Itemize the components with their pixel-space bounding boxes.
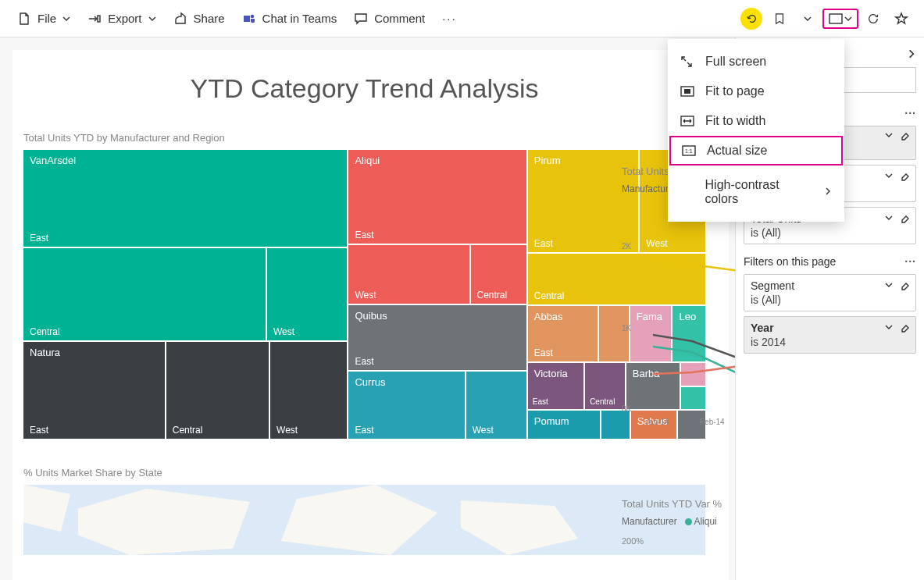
tm-manufacturer-label: VanArsdel <box>30 155 76 166</box>
chevron-down-icon[interactable] <box>884 281 894 289</box>
export-label: Export <box>108 12 141 25</box>
menu-high-contrast[interactable]: High-contrast colors <box>668 170 844 214</box>
chat-teams-label: Chat in Teams <box>262 12 337 25</box>
map-visual[interactable] <box>23 485 705 555</box>
more-button[interactable]: ··· <box>434 7 465 30</box>
tm-manufacturer-label: Currus <box>355 376 385 388</box>
bookmark-button[interactable] <box>766 5 793 32</box>
tm-region-label: East <box>30 233 48 244</box>
tm-region-label: East <box>534 238 553 249</box>
export-button[interactable]: Export <box>80 7 163 30</box>
toolbar: File Export Share Chat in Teams Comment … <box>0 0 924 37</box>
comment-label: Comment <box>374 12 425 25</box>
share-button[interactable]: Share <box>166 7 233 30</box>
favorite-button[interactable] <box>888 5 915 32</box>
tm-region-label: West <box>355 290 376 301</box>
svg-rect-1 <box>244 16 250 22</box>
tm-region-label: West <box>473 425 494 436</box>
tm-region-label: Central <box>477 290 508 301</box>
refresh-icon <box>867 12 879 25</box>
filter-card-year[interactable]: Year is 2014 <box>744 316 916 354</box>
svg-text:2K: 2K <box>622 242 632 251</box>
menu-fit-page-label: Fit to page <box>705 84 765 98</box>
more-icon: ··· <box>442 12 457 25</box>
bookmark-icon <box>774 12 785 25</box>
tm-region-label: Central <box>534 290 565 301</box>
tm-region-label: West <box>276 425 298 436</box>
comment-button[interactable]: Comment <box>346 7 433 30</box>
tm-manufacturer-label: Abbas <box>534 311 563 322</box>
menu-full-screen[interactable]: Full screen <box>668 47 844 77</box>
report-canvas: YTD Category Trend Analysis Total Units … <box>12 50 729 580</box>
chevron-down-icon <box>148 15 156 23</box>
share-icon <box>173 12 187 26</box>
svg-point-2 <box>250 14 254 18</box>
chevron-right-icon[interactable] <box>907 48 916 59</box>
page-title: YTD Category Trend Analysis <box>23 73 705 104</box>
tm-manufacturer-label: Natura <box>30 347 60 358</box>
reset-highlight <box>740 8 762 30</box>
chevron-down-icon[interactable] <box>884 131 894 139</box>
eraser-icon[interactable] <box>900 172 909 181</box>
menu-fit-page[interactable]: Fit to page <box>668 77 844 106</box>
filter-value: is 2014 <box>751 336 909 348</box>
tm-manufacturer-label: Aliqui <box>355 155 380 166</box>
svg-text:1K: 1K <box>622 324 632 333</box>
svg-text:1:1: 1:1 <box>685 148 693 154</box>
tm-region-label: East <box>355 425 373 436</box>
tm-region-label: East <box>355 356 373 367</box>
tm-manufacturer-label: Victoria <box>534 368 568 379</box>
filter-name: Year <box>751 322 884 334</box>
eraser-icon[interactable] <box>900 281 909 290</box>
reset-button[interactable] <box>738 5 765 32</box>
svg-text:0K: 0K <box>622 404 632 413</box>
fit-width-icon <box>680 116 694 126</box>
more-icon[interactable]: ··· <box>904 107 916 119</box>
fullscreen-icon <box>680 55 694 68</box>
filter-value: is (All) <box>751 226 909 239</box>
menu-fit-width-label: Fit to width <box>705 114 765 128</box>
filter-card-segment[interactable]: Segment is (All) <box>744 274 916 311</box>
chevron-down-icon[interactable] <box>884 172 894 180</box>
menu-full-screen-label: Full screen <box>705 55 766 69</box>
legend-swatch <box>685 518 692 525</box>
more-icon[interactable]: ··· <box>904 255 916 268</box>
var-title: Total Units YTD Var % <box>622 498 735 510</box>
eraser-icon[interactable] <box>900 323 909 333</box>
menu-high-contrast-label: High-contrast colors <box>705 178 813 206</box>
map-title: % Units Market Share by State <box>23 467 705 479</box>
menu-fit-width[interactable]: Fit to width <box>668 106 844 136</box>
chevron-down-icon[interactable] <box>884 214 894 222</box>
svg-text:Jan-14: Jan-14 <box>645 418 669 426</box>
tm-region-label: Central <box>590 397 615 406</box>
svg-rect-0 <box>98 16 100 22</box>
file-label: File <box>37 12 56 25</box>
svg-rect-5 <box>684 89 690 94</box>
tm-manufacturer-label: Quibus <box>355 310 387 322</box>
variance-chart-visual[interactable]: Total Units YTD Var % Manufacturer Aliqu… <box>622 498 735 546</box>
comment-icon <box>354 12 368 26</box>
var-y-tick: 200% <box>622 536 735 546</box>
bookmark-chevron[interactable] <box>794 5 821 32</box>
refresh-button[interactable] <box>860 5 887 32</box>
view-dropdown-menu: Full screen Fit to page Fit to width 1:1… <box>668 39 844 222</box>
eraser-icon[interactable] <box>900 131 909 141</box>
actual-size-icon: 1:1 <box>682 145 696 156</box>
chat-teams-button[interactable]: Chat in Teams <box>234 7 345 30</box>
undo-icon <box>745 12 758 25</box>
chevron-down-icon <box>62 15 70 23</box>
menu-actual-size[interactable]: 1:1 Actual size <box>669 136 843 165</box>
file-icon <box>17 12 31 26</box>
tm-manufacturer-label: Pirum <box>534 155 561 166</box>
view-mode-button[interactable] <box>822 9 858 29</box>
file-menu-button[interactable]: File <box>9 7 78 30</box>
teams-icon <box>242 12 256 26</box>
treemap-visual[interactable]: VanArsdel East Central West <box>23 150 705 439</box>
eraser-icon[interactable] <box>900 214 909 223</box>
chevron-right-icon <box>824 185 832 199</box>
chevron-down-icon <box>844 15 852 23</box>
svg-rect-3 <box>829 14 842 23</box>
chevron-down-icon[interactable] <box>884 323 894 331</box>
share-label: Share <box>194 12 225 25</box>
tm-region-label: West <box>273 326 294 337</box>
